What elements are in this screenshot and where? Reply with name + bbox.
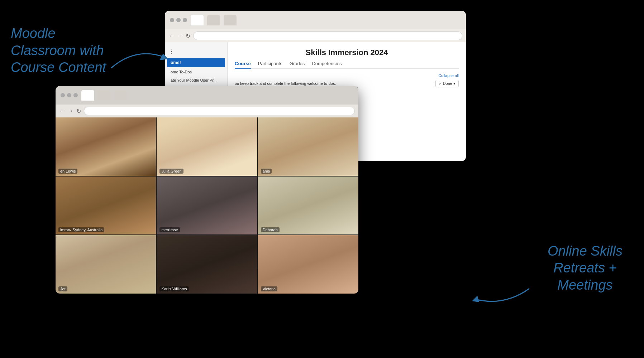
face-overlay-2 — [258, 117, 358, 176]
browser-tab-front-2[interactable] — [98, 90, 111, 101]
participant-name-7: Karlis Williams — [159, 286, 189, 291]
dot-green — [183, 18, 187, 22]
browser-dots-front — [61, 93, 78, 97]
tab-competencies[interactable]: Competencies — [312, 61, 342, 68]
sidebar-dots: ⋮ — [165, 45, 227, 57]
arrow-right-icon — [108, 43, 172, 77]
course-title: Skills Immersion 2024 — [235, 48, 459, 57]
nav-back-icon[interactable]: ← — [168, 33, 174, 39]
video-cell-2: ania — [258, 117, 358, 176]
sidebar-item-welcome[interactable]: ome! — [167, 58, 225, 67]
tab-grades[interactable]: Grades — [290, 61, 305, 68]
browser-nav-back: ← → ↻ — [165, 29, 466, 42]
dot-green-f — [73, 93, 78, 97]
svg-marker-0 — [159, 54, 168, 60]
nav-back-icon-f[interactable]: ← — [59, 108, 65, 114]
participant-name-8: Victoria — [261, 286, 277, 291]
url-bar-front[interactable] — [84, 107, 355, 115]
video-cell-0: en Lewis — [56, 117, 156, 176]
participant-name-0: en Lewis — [58, 169, 77, 174]
dot-red-f — [61, 93, 65, 97]
course-tabs: Course Participants Grades Competencies — [235, 61, 459, 69]
collapse-all-link[interactable]: Collapse all — [235, 73, 459, 78]
svg-marker-1 — [472, 296, 479, 302]
browser-tab-front-3[interactable] — [114, 90, 127, 101]
face-overlay-8 — [258, 235, 358, 294]
browser-toolbar-front — [56, 86, 358, 105]
browser-tab-active[interactable] — [191, 15, 204, 25]
browser-tab-2[interactable] — [207, 15, 220, 25]
done-button[interactable]: ✓ Done ▾ — [435, 80, 459, 87]
participant-name-1: Julia Green — [159, 169, 183, 174]
face-overlay-6 — [56, 235, 156, 294]
face-overlay-5 — [258, 176, 358, 235]
video-cell-8: Victoria — [258, 235, 358, 294]
nav-refresh-icon-f[interactable]: ↻ — [76, 108, 81, 115]
face-overlay-3 — [56, 176, 156, 235]
video-cell-5: Deborah — [258, 176, 358, 235]
browser-dots-back — [170, 18, 187, 22]
moodle-label: Moodle Classroom with Course Content — [11, 25, 106, 76]
nav-forward-icon-f[interactable]: → — [68, 108, 73, 114]
online-skills-label: Online Skills Retreats + Meetings — [548, 243, 622, 294]
video-cell-4: merrirose — [157, 176, 257, 235]
url-bar-back[interactable] — [193, 32, 462, 40]
video-cell-6: Jet — [56, 235, 156, 294]
nav-refresh-icon[interactable]: ↻ — [186, 33, 190, 39]
sidebar-item-profile[interactable]: ate Your Moodle User Pr... — [167, 76, 225, 84]
nav-forward-icon[interactable]: → — [177, 33, 183, 39]
tab-course[interactable]: Course — [235, 61, 251, 69]
participant-name-6: Jet — [58, 286, 67, 291]
tab-participants[interactable]: Participants — [258, 61, 282, 68]
participant-name-5: Deborah — [261, 227, 280, 232]
participant-name-3: imran- Sydney, Australia — [58, 227, 104, 232]
video-cell-3: imran- Sydney, Australia — [56, 176, 156, 235]
browser-tab-3[interactable] — [224, 15, 237, 25]
face-overlay-0 — [56, 117, 156, 176]
dot-yellow-f — [67, 93, 71, 97]
browser-nav-front: ← → ↻ — [56, 105, 358, 117]
sidebar-item-todos[interactable]: ome To-Dos — [167, 68, 225, 76]
dot-red — [170, 18, 174, 22]
participant-name-4: merrirose — [159, 227, 180, 232]
zoom-browser-window: ← → ↻ en LewisJulia Greenaniaimran- Sydn… — [56, 86, 358, 294]
face-overlay-7 — [157, 235, 257, 294]
browser-tab-front-active[interactable] — [81, 90, 94, 101]
arrow-left-icon — [468, 281, 533, 311]
video-cell-7: Karlis Williams — [157, 235, 257, 294]
face-overlay-4 — [157, 176, 257, 235]
browser-toolbar-back — [165, 11, 466, 29]
participant-name-2: ania — [261, 169, 272, 174]
video-cell-1: Julia Green — [157, 117, 257, 176]
dot-yellow — [176, 18, 181, 22]
video-grid: en LewisJulia Greenaniaimran- Sydney, Au… — [56, 117, 358, 294]
face-overlay-1 — [157, 117, 257, 176]
